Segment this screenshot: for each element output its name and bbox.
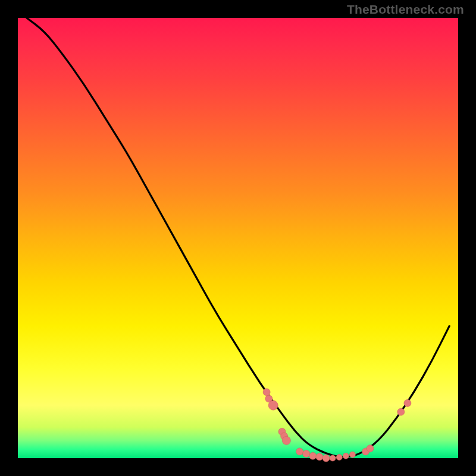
data-marker bbox=[303, 450, 310, 458]
data-marker bbox=[336, 455, 342, 461]
watermark-text: TheBottleneck.com bbox=[347, 2, 464, 17]
plot-area bbox=[18, 18, 458, 458]
chart-svg bbox=[18, 18, 458, 458]
data-markers bbox=[263, 389, 411, 462]
data-marker bbox=[349, 452, 355, 458]
data-marker bbox=[343, 453, 349, 459]
data-marker bbox=[296, 448, 303, 455]
data-marker bbox=[268, 400, 278, 410]
data-marker bbox=[322, 455, 330, 462]
data-marker bbox=[316, 453, 323, 461]
data-marker bbox=[404, 400, 411, 407]
data-marker bbox=[330, 455, 336, 461]
data-marker bbox=[309, 452, 317, 459]
data-marker bbox=[397, 408, 405, 415]
data-marker bbox=[263, 389, 270, 396]
data-marker bbox=[282, 436, 290, 444]
chart-frame: TheBottleneck.com bbox=[0, 0, 476, 476]
bottleneck-curve bbox=[27, 18, 449, 457]
data-marker bbox=[367, 445, 374, 452]
